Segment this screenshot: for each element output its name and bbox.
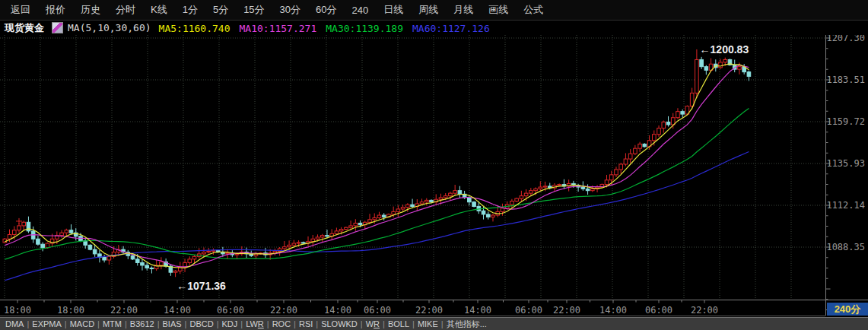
candle xyxy=(657,125,661,137)
candle xyxy=(704,65,708,75)
candle xyxy=(382,213,386,221)
candle xyxy=(150,266,154,273)
time-axis-label: 06:00 xyxy=(364,305,391,316)
candle xyxy=(160,257,164,269)
high-annotation: ←1200.83 xyxy=(700,43,749,56)
time-axis-label: 22:00 xyxy=(553,305,580,316)
toolbar-indicator-EXPMA[interactable]: EXPMA xyxy=(29,319,65,328)
ma-value-0: MA5:1160.740 xyxy=(159,23,231,34)
candlestick-chart[interactable]: ←1200.83←1071.361207.301183.511159.72113… xyxy=(0,35,868,317)
candle xyxy=(676,108,680,119)
candle xyxy=(264,248,268,258)
candle xyxy=(728,59,732,65)
candle xyxy=(37,236,40,246)
candle xyxy=(415,199,419,211)
ma-settings-label: MA(5,10,30,60) xyxy=(68,22,151,33)
price-axis-label: 1183.51 xyxy=(826,75,865,85)
candle xyxy=(619,163,623,174)
toolbar-indicator-BOLL[interactable]: BOLL xyxy=(385,319,412,328)
price-axis-label: 1135.93 xyxy=(826,158,865,169)
menu-item-10[interactable]: 240 xyxy=(345,5,377,16)
ma5-line xyxy=(5,64,749,268)
menu-item-15[interactable]: 公式 xyxy=(516,3,551,17)
candle xyxy=(3,238,7,243)
candle xyxy=(103,255,107,262)
menu-item-14[interactable]: 画线 xyxy=(481,3,516,17)
candle xyxy=(141,259,145,270)
candle xyxy=(131,255,135,260)
candle xyxy=(515,198,519,202)
low-annotation: ←1071.36 xyxy=(176,280,226,292)
toolbar-indicator-LWR[interactable]: LWR xyxy=(243,319,267,328)
candle xyxy=(662,121,666,133)
toolbar-indicator-SLOWKD[interactable]: SLOWKD xyxy=(318,319,361,328)
candle xyxy=(326,230,329,238)
time-axis-label: 18:00 xyxy=(57,305,84,316)
candle xyxy=(60,230,64,238)
toolbar-indicator-B3612[interactable]: B3612 xyxy=(127,319,157,328)
period-badge[interactable]: 240分 xyxy=(827,303,868,316)
menu-item-11[interactable]: 日线 xyxy=(376,3,411,17)
toolbar-indicator-KDJ[interactable]: KDJ xyxy=(218,319,240,328)
candle xyxy=(211,249,215,255)
ma-values: MA5:1160.740MA10:1157.271MA30:1139.189MA… xyxy=(159,21,499,35)
toolbar-indicator-BIAS[interactable]: BIAS xyxy=(160,319,185,328)
candle xyxy=(700,57,704,69)
menu-item-8[interactable]: 30分 xyxy=(272,3,308,17)
menu-item-3[interactable]: 分时 xyxy=(108,3,143,17)
menu-item-1[interactable]: 报价 xyxy=(38,3,73,17)
candle xyxy=(719,59,723,69)
ma60-line xyxy=(5,152,749,281)
chart-header: 现货黄金 MA(5,10,30,60) MA5:1160.740MA10:115… xyxy=(0,21,868,35)
menu-item-13[interactable]: 月线 xyxy=(446,3,481,17)
toolbar-indicator-DMA[interactable]: DMA xyxy=(2,319,27,328)
candle xyxy=(586,184,590,195)
candle xyxy=(733,60,736,73)
candle xyxy=(27,217,30,233)
price-axis-label: 1159.72 xyxy=(826,116,865,127)
candle xyxy=(562,179,566,189)
candle xyxy=(434,194,438,205)
candle xyxy=(98,250,102,263)
candle xyxy=(345,227,348,230)
toolbar-indicator-RSI[interactable]: RSI xyxy=(296,319,316,328)
menu-item-9[interactable]: 60分 xyxy=(308,3,344,17)
toolbar-indicator-MACD[interactable]: MACD xyxy=(67,319,97,328)
candle xyxy=(539,181,542,190)
menu-item-5[interactable]: 1分 xyxy=(175,3,205,17)
toolbar-indicator-ROC[interactable]: ROC xyxy=(269,319,294,328)
price-axis-label: 1088.35 xyxy=(826,242,865,252)
toolbar-indicator-WR[interactable]: WR xyxy=(363,319,383,328)
toolbar-indicator-MIKE[interactable]: MIKE xyxy=(415,319,441,328)
ma-value-1: MA10:1157.271 xyxy=(240,23,317,34)
ma-value-2: MA30:1139.189 xyxy=(326,23,403,34)
ma-value-3: MA60:1127.126 xyxy=(412,23,490,34)
candle xyxy=(273,249,277,255)
time-axis-label: 14:00 xyxy=(464,305,491,316)
candle xyxy=(154,259,158,271)
menu-item-2[interactable]: 历史 xyxy=(73,3,108,17)
time-axis-label: 06:00 xyxy=(645,305,672,316)
menu-item-7[interactable]: 15分 xyxy=(236,3,272,17)
menu-item-12[interactable]: 周线 xyxy=(411,3,446,17)
toolbar-indicator-MTM[interactable]: MTM xyxy=(100,319,125,328)
menu-item-0[interactable]: 返回 xyxy=(3,3,38,17)
candle xyxy=(501,204,504,216)
candle xyxy=(520,191,523,201)
candle xyxy=(643,143,647,148)
toolbar-indicator-其他指标...[interactable]: 其他指标... xyxy=(444,319,490,330)
candle xyxy=(173,270,177,277)
candle xyxy=(472,201,476,208)
time-axis-label: 06:00 xyxy=(217,305,244,316)
candle xyxy=(169,264,173,275)
app-window: 返回报价历史分时K线1分5分15分30分60分240日线周线月线画线公式 现货黄… xyxy=(0,0,868,330)
price-axis-label: 1207.30 xyxy=(826,35,865,43)
toolbar-indicator-DBCD[interactable]: DBCD xyxy=(186,319,216,328)
candle xyxy=(406,203,410,211)
menu-item-6[interactable]: 5分 xyxy=(205,3,236,17)
time-axis-label: 14:00 xyxy=(324,305,351,316)
time-axis-label: 22:00 xyxy=(415,305,443,316)
candle xyxy=(240,246,244,255)
menu-item-4[interactable]: K线 xyxy=(143,3,175,17)
candle xyxy=(188,256,192,265)
